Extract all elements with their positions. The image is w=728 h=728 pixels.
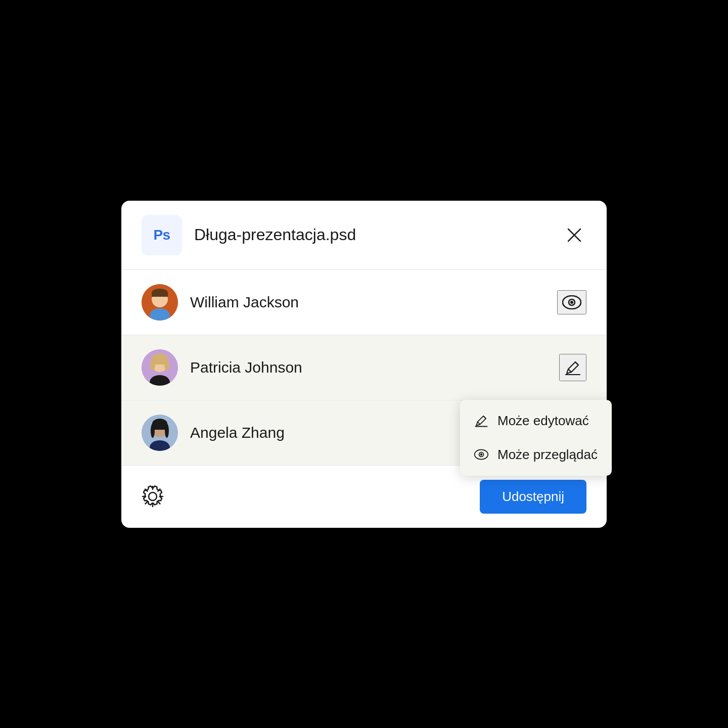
- avatar-angela: [142, 415, 178, 451]
- pencil-icon: [564, 359, 581, 376]
- svg-point-21: [480, 453, 482, 456]
- svg-point-15: [150, 358, 155, 371]
- file-icon: Ps: [142, 215, 182, 255]
- view-option[interactable]: Może przeglądać: [460, 438, 612, 472]
- svg-point-30: [149, 492, 157, 500]
- file-header: Ps Długa-prezentacja.psd: [121, 201, 607, 270]
- share-dialog: Ps Długa-prezentacja.psd: [121, 201, 607, 528]
- eye-icon: [562, 295, 581, 309]
- patricia-name: Patricia Johnson: [190, 359, 547, 376]
- svg-rect-6: [152, 293, 168, 297]
- permission-dropdown: Może edytować Może przeglądać: [460, 400, 612, 476]
- angela-avatar-svg: [142, 415, 178, 451]
- svg-point-16: [164, 358, 169, 371]
- svg-point-9: [570, 301, 573, 304]
- william-permission-button[interactable]: [557, 290, 586, 314]
- patricia-permission-button[interactable]: [559, 354, 586, 381]
- ps-label: Ps: [153, 227, 170, 243]
- avatar-patricia: [142, 349, 178, 386]
- edit-label: Może edytować: [497, 413, 589, 429]
- avatar-william: [142, 284, 178, 321]
- eye-icon: [474, 448, 488, 461]
- patricia-avatar-svg: [142, 349, 178, 386]
- close-icon: [566, 227, 582, 243]
- view-label: Może przeglądać: [497, 447, 598, 463]
- settings-button[interactable]: [142, 485, 164, 508]
- person-row: William Jackson: [121, 270, 607, 335]
- pencil-icon: [474, 414, 488, 428]
- svg-point-27: [151, 424, 155, 438]
- share-button[interactable]: Udostępnij: [480, 480, 586, 514]
- william-avatar-svg: [142, 284, 178, 321]
- people-list: William Jackson: [121, 270, 607, 466]
- gear-icon: [142, 485, 164, 508]
- edit-option[interactable]: Może edytować: [460, 404, 612, 438]
- person-row: Patricia Johnson: [121, 335, 607, 400]
- file-name: Długa-prezentacja.psd: [194, 225, 550, 244]
- william-name: William Jackson: [190, 294, 545, 311]
- close-button[interactable]: [562, 225, 586, 245]
- svg-point-28: [165, 424, 169, 438]
